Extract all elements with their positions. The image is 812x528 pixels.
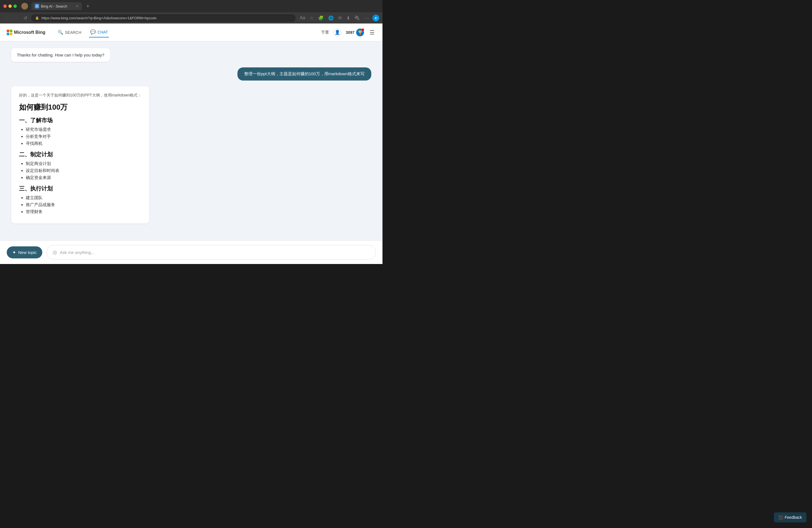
bing-navbar: Microsoft Bing 🔍 SEARCH 💬 CHAT 于昱 👤 3097…	[0, 24, 382, 41]
new-topic-btn[interactable]: ✦ New topic	[7, 246, 42, 258]
favorites-btn[interactable]: ☆	[308, 14, 315, 22]
ai-response-title: 如何赚到100万	[19, 102, 141, 112]
points-value: 3097	[346, 30, 354, 35]
user-profile-icon[interactable]: 👤	[333, 29, 341, 36]
microsoft-squares	[7, 30, 12, 35]
browser-content: Microsoft Bing 🔍 SEARCH 💬 CHAT 于昱 👤 3097…	[0, 24, 382, 264]
tab-favicon: B	[35, 4, 39, 9]
search-nav-label: SEARCH	[65, 30, 81, 35]
chat-nav-item[interactable]: 💬 CHAT	[89, 27, 109, 37]
list-item: 建立团队	[26, 195, 141, 200]
traffic-lights	[3, 4, 17, 8]
section1-list: 研究市场需求 分析竞争对手 寻找商机	[19, 127, 141, 146]
user-message-text: 整理一份ppt大纲，主题是如何赚的100万，用markdown格式来写	[244, 71, 365, 76]
section1-title: 一、了解市场	[19, 117, 141, 124]
points-badge: 3097 🏆	[346, 29, 364, 36]
download-btn[interactable]: ⬇	[345, 14, 351, 22]
ask-input-icon: ◎	[53, 249, 57, 255]
extension-btn[interactable]: 🧩	[317, 14, 325, 22]
more-tools-btn[interactable]: ⋯	[363, 14, 370, 22]
logo-sq-green	[10, 30, 12, 32]
refresh-btn[interactable]: ↺	[23, 14, 28, 22]
url-bar[interactable]: 🔒 https://www.bing.com/search?q=Bing+AI&…	[31, 14, 296, 22]
ai-intro-text: 好的，这是一个关于如何赚到100万的PPT大纲，使用markdown格式：	[19, 93, 141, 98]
close-window-btn[interactable]	[3, 4, 7, 8]
trophy-notification-dot	[362, 29, 364, 31]
list-item: 推广产品或服务	[26, 202, 141, 208]
greeting-text: Thanks for chatting. How can I help you …	[17, 52, 104, 57]
section2-list: 制定商业计划 设定目标和时间表 确定资金来源	[19, 161, 141, 180]
address-bar: ← → ↺ 🔒 https://www.bing.com/search?q=Bi…	[0, 12, 382, 24]
user-chat-message: 整理一份ppt大纲，主题是如何赚的100万，用markdown格式来写	[237, 67, 371, 80]
logo-sq-blue	[7, 33, 9, 35]
ssl-lock-icon: 🔒	[35, 16, 39, 20]
tab-title: Bing AI - Search	[41, 4, 67, 9]
bing-logo-text: Microsoft Bing	[14, 30, 45, 35]
back-btn[interactable]: ←	[3, 14, 10, 21]
navbar-right: 于昱 👤 3097 🏆 ☰	[321, 28, 376, 37]
title-bar: B Bing AI - Search × +	[0, 0, 382, 12]
tab-close-btn[interactable]: ×	[76, 4, 78, 9]
new-tab-btn[interactable]: +	[86, 3, 90, 10]
browser-tab[interactable]: B Bing AI - Search ×	[31, 2, 82, 10]
chat-area: Thanks for chatting. How can I help you …	[0, 41, 382, 240]
list-item: 设定目标和时间表	[26, 168, 141, 174]
list-item: 寻找商机	[26, 141, 141, 146]
list-item: 制定商业计划	[26, 161, 141, 166]
chat-nav-label: CHAT	[98, 30, 108, 34]
search-nav-item[interactable]: 🔍 SEARCH	[57, 27, 82, 37]
minimize-window-btn[interactable]	[9, 4, 12, 8]
translate-btn[interactable]: ⟳	[337, 14, 343, 22]
edge-logo: e	[373, 15, 379, 21]
bing-logo[interactable]: Microsoft Bing	[7, 30, 45, 35]
list-item: 确定资金来源	[26, 175, 141, 180]
logo-sq-yellow	[10, 33, 12, 35]
logo-sq-red	[7, 30, 9, 32]
section2-title: 二、制定计划	[19, 151, 141, 158]
list-item: 管理财务	[26, 209, 141, 214]
ask-input-placeholder: Ask me anything...	[60, 250, 95, 255]
search-nav-icon: 🔍	[58, 30, 63, 35]
forward-btn[interactable]: →	[13, 14, 19, 21]
new-topic-icon: ✦	[12, 250, 16, 255]
new-topic-label: New topic	[18, 250, 37, 255]
list-item: 分析竞争对手	[26, 134, 141, 139]
url-text: https://www.bing.com/search?q=Bing+AI&sh…	[41, 16, 157, 20]
trophy-icon[interactable]: 🏆	[356, 29, 364, 36]
user-avatar	[21, 3, 28, 10]
ask-input-container[interactable]: ◎ Ask me anything...	[47, 245, 376, 259]
list-item: 研究市场需求	[26, 127, 141, 132]
browser-actions: Aa ☆ 🧩 🌐 ⟳ ⬇ 🔌 ⋯ e	[299, 14, 379, 22]
extensions-btn[interactable]: 🔌	[353, 14, 361, 22]
section3-list: 建立团队 推广产品或服务 管理财务	[19, 195, 141, 214]
reader-mode-btn[interactable]: Aa	[299, 14, 306, 21]
input-area: ✦ New topic ◎ Ask me anything...	[0, 240, 382, 264]
maximize-window-btn[interactable]	[13, 4, 17, 8]
hamburger-menu-btn[interactable]: ☰	[368, 28, 376, 37]
user-name-text: 于昱	[321, 30, 329, 35]
greeting-message: Thanks for chatting. How can I help you …	[11, 48, 110, 62]
profile-btn[interactable]: 🌐	[327, 14, 335, 22]
ai-response-message: 好的，这是一个关于如何赚到100万的PPT大纲，使用markdown格式： 如何…	[11, 86, 149, 224]
chat-nav-icon: 💬	[90, 29, 96, 35]
section3-title: 三、执行计划	[19, 185, 141, 192]
